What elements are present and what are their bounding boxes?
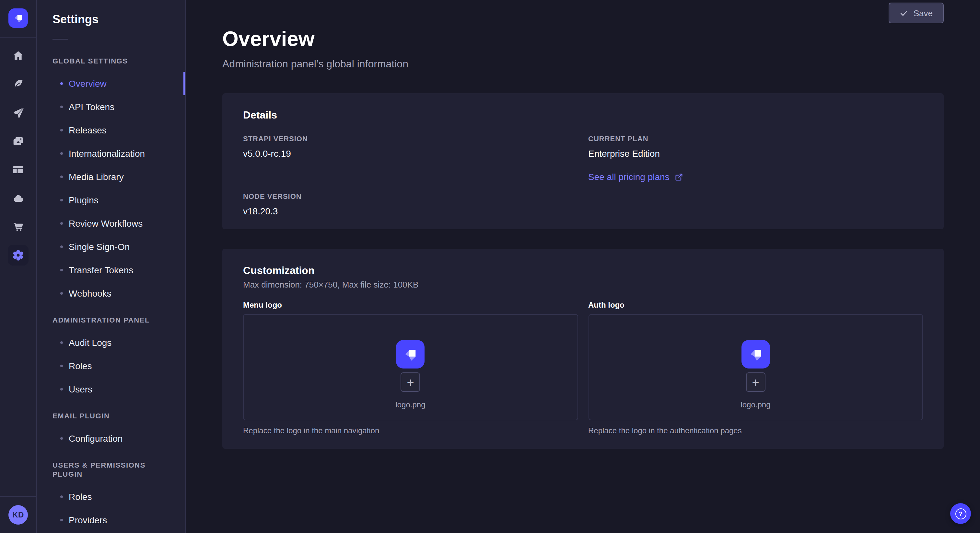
pricing-plans-link[interactable]: See all pricing plans [588,170,683,183]
strapi-logo-icon [400,344,421,365]
auth-logo-dropzone[interactable]: + logo.png [588,314,923,420]
sidebar-title-divider [52,39,68,40]
strapi-admin-app: KD Settings GLOBAL SETTINGS Overview API… [0,0,980,533]
field-value: Enterprise Edition [588,147,923,160]
bullet-dot-icon [60,495,63,498]
sidebar-item-label: Transfer Tokens [69,265,133,275]
bullet-dot-icon [60,152,63,155]
save-button-label: Save [913,8,933,18]
active-indicator [183,72,185,95]
check-icon [900,9,908,17]
settings-sidebar-title: Settings [37,12,185,27]
feather-icon [12,78,25,90]
strapi-logo-preview [396,340,425,368]
sidebar-content-manager-button[interactable] [8,159,29,180]
sidebar-item-plugins[interactable]: Plugins [37,189,185,212]
sidebar-content-builder-button[interactable] [8,74,29,95]
sidebar-marketplace-button[interactable] [8,216,29,237]
bullet-dot-icon [60,292,63,295]
cart-icon [12,220,25,233]
section-header: USERS & PERMISSIONS PLUGIN [37,460,185,479]
auth-logo-label: Auth logo [588,300,923,310]
bullet-dot-icon [60,222,63,225]
page-subtitle: Administration panel’s global informatio… [222,57,944,71]
section-header: GLOBAL SETTINGS [37,56,185,65]
details-card: Details STRAPI VERSION v5.0.0-rc.19 NODE… [222,93,944,229]
nav-section-users-permissions-plugin: USERS & PERMISSIONS PLUGIN Roles Provide… [37,460,185,532]
field-label: CURRENT PLAN [588,135,923,143]
sidebar-cloud-button[interactable] [8,188,29,209]
sidebar-item-label: API Tokens [69,102,115,112]
sidebar-item-transfer-tokens[interactable]: Transfer Tokens [37,259,185,282]
bullet-dot-icon [60,176,63,178]
sidebar-item-review-workflows[interactable]: Review Workflows [37,212,185,235]
plus-icon: + [752,376,759,388]
sidebar-item-audit-logs[interactable]: Audit Logs [37,331,185,354]
strapi-logo-icon [11,11,25,25]
paper-plane-icon [12,106,25,119]
field-value: v5.0.0-rc.19 [243,147,578,160]
customization-card-title: Customization [243,264,923,277]
sidebar-item-label: Users [69,384,92,394]
sidebar-item-email-configuration[interactable]: Configuration [37,427,185,450]
node-version-field: NODE VERSION v18.20.3 [243,192,578,217]
menu-logo-field: Menu logo + logo.png [243,300,578,436]
home-icon [12,49,25,62]
images-icon [12,135,25,148]
logo-inputs-row: Menu logo + logo.png [243,300,923,436]
sidebar-item-label: Audit Logs [69,338,111,348]
customization-card: Customization Max dimension: 750×750, Ma… [222,249,944,449]
external-link-icon [675,173,683,181]
help-button[interactable]: ? [950,503,971,524]
nav-section-email-plugin: EMAIL PLUGIN Configuration [37,411,185,450]
menu-logo-dropzone[interactable]: + logo.png [243,314,578,420]
sidebar-item-label: Roles [69,492,92,502]
field-label: NODE VERSION [243,192,578,201]
sidebar-item-media-library[interactable]: Media Library [37,165,185,189]
sidebar-item-internationalization[interactable]: Internationalization [37,142,185,165]
main-content: Overview Administration panel’s global i… [186,0,980,533]
sidebar-item-api-tokens[interactable]: API Tokens [37,95,185,119]
current-plan-field: CURRENT PLAN Enterprise Edition [588,135,923,160]
sidebar-home-button[interactable] [8,45,29,66]
add-logo-button[interactable]: + [746,373,765,392]
sidebar-item-label: Single Sign-On [69,241,130,252]
sidebar-item-up-roles[interactable]: Roles [37,485,185,508]
nav-section-global-settings: GLOBAL SETTINGS Overview API Tokens Rele… [37,56,185,305]
logo-filename: logo.png [395,400,425,410]
rail-divider [0,496,36,497]
sidebar-item-providers[interactable]: Providers [37,508,185,532]
sidebar-media-library-button[interactable] [8,131,29,152]
strapi-logo[interactable] [8,8,28,28]
cloud-icon [12,192,25,205]
layout-icon [12,163,25,176]
gear-icon [11,248,25,262]
sidebar-deploy-button[interactable] [8,102,29,123]
add-logo-button[interactable]: + [401,373,420,392]
help-icon: ? [955,508,966,519]
page-header: Overview Administration panel’s global i… [222,0,944,71]
section-header: EMAIL PLUGIN [37,411,185,420]
rail-divider [0,37,36,38]
bullet-dot-icon [60,82,63,85]
sidebar-item-users[interactable]: Users [37,378,185,401]
sidebar-item-releases[interactable]: Releases [37,119,185,142]
sidebar-settings-button[interactable] [8,245,29,265]
bullet-dot-icon [60,199,63,201]
sidebar-item-label: Internationalization [69,148,145,159]
sidebar-item-overview[interactable]: Overview [37,72,185,95]
nav-section-administration-panel: ADMINISTRATION PANEL Audit Logs Roles Us… [37,316,185,401]
bullet-dot-icon [60,437,63,440]
menu-logo-description: Replace the logo in the main navigation [243,425,578,436]
sidebar-item-webhooks[interactable]: Webhooks [37,282,185,305]
page-title: Overview [222,26,944,52]
save-button[interactable]: Save [889,3,944,23]
avatar[interactable]: KD [8,505,28,525]
bullet-dot-icon [60,106,63,108]
bullet-dot-icon [60,519,63,521]
details-card-title: Details [243,109,923,122]
sidebar-item-admin-roles[interactable]: Roles [37,354,185,378]
sidebar-item-label: Media Library [69,171,124,182]
sidebar-item-single-sign-on[interactable]: Single Sign-On [37,235,185,259]
menu-logo-label: Menu logo [243,300,578,310]
